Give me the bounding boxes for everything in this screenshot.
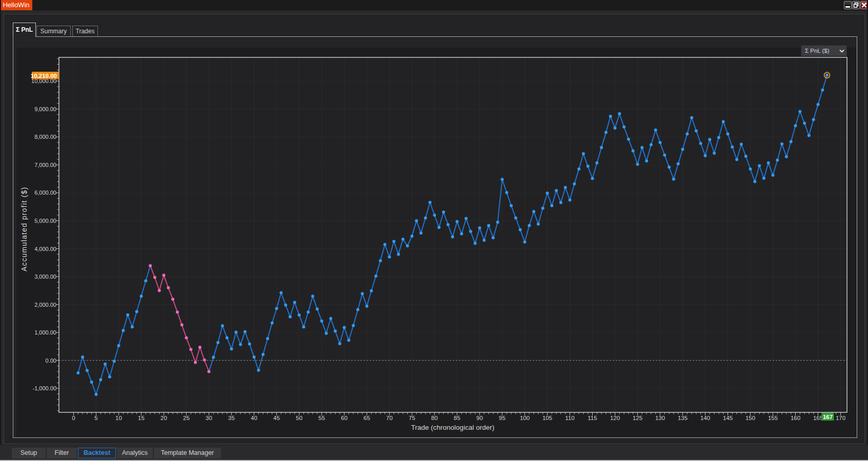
svg-text:Accumulated profit ($): Accumulated profit ($) [20, 186, 28, 271]
svg-text:170: 170 [836, 415, 845, 421]
svg-text:7,000.00: 7,000.00 [34, 162, 56, 168]
svg-text:165: 165 [813, 415, 823, 421]
svg-text:15: 15 [138, 415, 145, 421]
svg-text:155: 155 [768, 415, 778, 421]
svg-text:8,000.00: 8,000.00 [34, 134, 56, 140]
svg-text:65: 65 [364, 415, 370, 421]
svg-text:55: 55 [318, 415, 325, 421]
svg-text:150: 150 [745, 415, 755, 421]
svg-text:90: 90 [476, 415, 483, 421]
svg-text:-1,000.00: -1,000.00 [33, 385, 56, 391]
svg-text:5,000.00: 5,000.00 [34, 218, 56, 224]
svg-text:2,000.00: 2,000.00 [34, 302, 56, 308]
svg-text:110: 110 [565, 415, 574, 421]
svg-text:25: 25 [183, 415, 190, 421]
svg-text:3,000.00: 3,000.00 [34, 274, 56, 280]
svg-text:130: 130 [655, 415, 665, 421]
svg-text:9,000.00: 9,000.00 [34, 106, 56, 112]
svg-text:20: 20 [160, 415, 167, 421]
svg-text:120: 120 [610, 415, 620, 421]
svg-text:50: 50 [296, 415, 302, 421]
svg-text:70: 70 [386, 415, 393, 421]
svg-text:75: 75 [409, 415, 415, 421]
svg-text:4,000.00: 4,000.00 [34, 246, 56, 252]
svg-text:135: 135 [678, 415, 688, 421]
svg-text:125: 125 [633, 415, 642, 421]
svg-text:10,210.00: 10,210.00 [31, 73, 57, 79]
svg-text:0: 0 [72, 415, 75, 421]
svg-text:0.00: 0.00 [46, 358, 56, 364]
svg-text:167: 167 [823, 414, 833, 420]
svg-text:80: 80 [431, 415, 438, 421]
svg-text:100: 100 [520, 415, 530, 421]
svg-text:85: 85 [454, 415, 460, 421]
svg-text:40: 40 [251, 415, 257, 421]
svg-text:145: 145 [723, 415, 733, 421]
svg-text:60: 60 [341, 415, 348, 421]
svg-text:10: 10 [115, 415, 122, 421]
svg-text:95: 95 [499, 415, 506, 421]
svg-text:105: 105 [542, 415, 552, 421]
svg-text:Trade (chronological order): Trade (chronological order) [411, 424, 494, 431]
svg-text:35: 35 [228, 415, 235, 421]
svg-text:30: 30 [206, 415, 212, 421]
svg-text:160: 160 [791, 415, 800, 421]
svg-text:5: 5 [94, 415, 97, 421]
svg-text:115: 115 [588, 415, 597, 421]
svg-text:45: 45 [273, 415, 280, 421]
svg-text:6,000.00: 6,000.00 [34, 190, 56, 196]
svg-text:140: 140 [700, 415, 710, 421]
svg-text:1,000.00: 1,000.00 [34, 329, 56, 336]
